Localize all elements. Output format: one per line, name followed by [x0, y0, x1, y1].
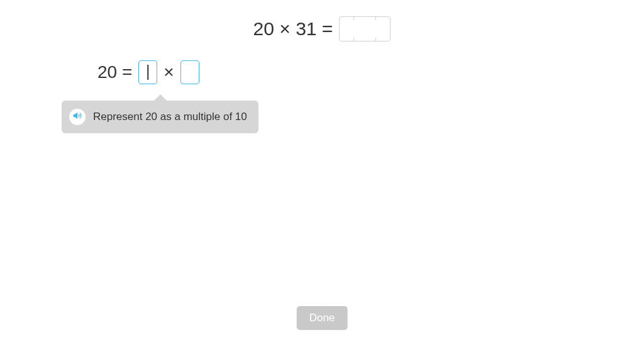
hint-tooltip: Represent 20 as a multiple of 10: [62, 101, 258, 133]
sub-equation: 20 = ×: [97, 60, 199, 84]
main-equation-lhs: 20 × 31 =: [253, 18, 333, 40]
answer-input[interactable]: [339, 16, 391, 41]
factor-input-1[interactable]: [138, 60, 157, 84]
sub-equation-operator: ×: [164, 62, 174, 82]
done-button[interactable]: Done: [297, 306, 348, 330]
sub-equation-lhs: 20 =: [97, 62, 132, 82]
factor-input-2[interactable]: [180, 60, 199, 84]
hint-text: Represent 20 as a multiple of 10: [93, 111, 247, 123]
svg-marker-0: [74, 113, 77, 118]
main-equation: 20 × 31 =: [0, 16, 644, 41]
audio-button[interactable]: [69, 109, 86, 125]
speaker-icon: [73, 111, 82, 123]
